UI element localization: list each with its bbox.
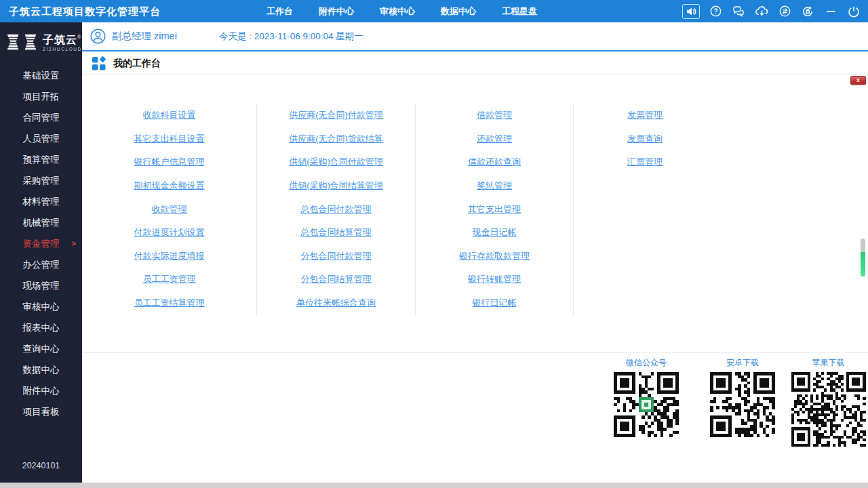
- swap-icon[interactable]: [777, 4, 792, 19]
- workbench-header: 我的工作台: [82, 53, 868, 75]
- user-role-name: 副总经理 zimei: [112, 30, 177, 43]
- sidebar-item[interactable]: 查询中心 >: [0, 338, 82, 359]
- workbench-link[interactable]: 供销(采购)合同结算管理: [257, 174, 415, 198]
- refresh-lock-icon[interactable]: [800, 4, 815, 19]
- workbench-link[interactable]: 汇票管理: [574, 150, 716, 174]
- sidebar-item[interactable]: 基础设置 >: [0, 65, 82, 86]
- links-column-2: 供应商(无合同)付款管理供应商(无合同)货款结算供销(采购)合同付款管理供销(采…: [257, 104, 416, 315]
- workbench-link[interactable]: 发票查询: [574, 127, 716, 151]
- android-qr-label: 安卓下载: [710, 357, 775, 369]
- user-avatar-icon[interactable]: [90, 28, 106, 44]
- workbench-link[interactable]: 期初现金余额设置: [82, 174, 256, 198]
- workbench-link[interactable]: 付款进度计划设置: [82, 221, 256, 245]
- main-content: x 收款科目设置其它支出科目设置银行帐户信息管理期初现金余额设置收款管理付款进度…: [82, 75, 868, 483]
- topbar-nav: 工作台附件中心审核中心数据中心工程星盘: [267, 0, 537, 22]
- sidebar-item[interactable]: 人员管理 >: [0, 128, 82, 149]
- ios-qr-label: 苹果下载: [790, 357, 867, 369]
- workbench-link[interactable]: 员工工资结算管理: [82, 291, 256, 315]
- sidebar-item[interactable]: 材料管理 >: [0, 191, 82, 212]
- scroll-thumb-gray: [861, 239, 865, 252]
- workbench-link[interactable]: 银行日记帐: [416, 291, 573, 315]
- sidebar-item[interactable]: 项目看板 >: [0, 401, 82, 422]
- current-date-time: 今天是 : 2023-11-06 9:00:04 星期一: [219, 30, 363, 43]
- workbench-link[interactable]: 总包合同付款管理: [257, 197, 415, 221]
- logo-subtitle: ZIZHUCLOUD: [43, 47, 82, 52]
- sidebar-item[interactable]: 审核中心 >: [0, 296, 82, 317]
- sidebar: 子筑云® ZIZHUCLOUD 基础设置 > 项目开拓 > 合同管理 >: [0, 22, 82, 488]
- sidebar-item[interactable]: 项目开拓 >: [0, 86, 82, 107]
- ios-qr-block: 苹果下载: [790, 357, 867, 447]
- links-column-4: 发票管理发票查询汇票管理: [574, 104, 716, 315]
- workbench-link[interactable]: 供应商(无合同)付款管理: [257, 104, 415, 127]
- workbench-link[interactable]: 付款实际进度填报: [82, 245, 256, 268]
- topbar-icons: [682, 0, 861, 22]
- links-column-3: 借款管理还款管理借款还款查询奖惩管理其它支出管理现金日记帐银行存款取款管理银行转…: [416, 104, 574, 315]
- chevron-right-icon: >: [72, 233, 76, 254]
- android-qr-block: 安卓下载: [710, 357, 775, 437]
- volume-icon[interactable]: [682, 4, 700, 19]
- workbench-link[interactable]: 收款科目设置: [82, 104, 256, 127]
- help-icon[interactable]: [708, 4, 723, 19]
- grid-icon: [92, 56, 106, 71]
- topbar-nav-item[interactable]: 附件中心: [319, 5, 354, 18]
- logo-icon: [4, 30, 39, 57]
- chat-icon[interactable]: [731, 4, 746, 19]
- wechat-qr-code: [614, 372, 679, 437]
- sidebar-item[interactable]: 机械管理 >: [0, 212, 82, 233]
- workbench-link[interactable]: 供应商(无合同)货款结算: [257, 127, 415, 151]
- horizontal-scrollbar[interactable]: [0, 483, 868, 488]
- workbench-link[interactable]: 银行存款取款管理: [416, 245, 573, 268]
- workbench-link[interactable]: 收款管理: [82, 197, 256, 221]
- workbench-link[interactable]: 供销(采购)合同付款管理: [257, 150, 415, 174]
- topbar-nav-item[interactable]: 数据中心: [441, 5, 476, 18]
- sidebar-item[interactable]: 合同管理 >: [0, 107, 82, 128]
- close-button[interactable]: x: [850, 76, 866, 85]
- workbench-link[interactable]: 还款管理: [416, 127, 573, 151]
- topbar-nav-item[interactable]: 工程星盘: [502, 5, 537, 18]
- workbench-link[interactable]: 借款管理: [416, 104, 573, 127]
- sidebar-item[interactable]: 办公管理 >: [0, 254, 82, 275]
- sidebar-item[interactable]: 采购管理 >: [0, 170, 82, 191]
- sidebar-item[interactable]: 现场管理 >: [0, 275, 82, 296]
- topbar-nav-item[interactable]: 审核中心: [380, 5, 415, 18]
- workbench-link[interactable]: 发票管理: [574, 104, 716, 127]
- workbench-link[interactable]: 现金日记帐: [416, 221, 573, 245]
- logo: 子筑云® ZIZHUCLOUD: [0, 22, 82, 61]
- cloud-download-icon[interactable]: [754, 4, 769, 19]
- app-window: 子筑云工程项目数字化管理平台 工作台附件中心审核中心数据中心工程星盘: [0, 0, 868, 488]
- workbench-link[interactable]: 银行转账管理: [416, 268, 573, 291]
- workbench-link[interactable]: 其它支出科目设置: [82, 127, 256, 151]
- workbench-link[interactable]: 银行帐户信息管理: [82, 150, 256, 174]
- scroll-thumb-green: [861, 252, 865, 277]
- app-title: 子筑云工程项目数字化管理平台: [9, 0, 161, 22]
- logo-registered-mark: ®: [77, 35, 81, 39]
- sidebar-version: 20240101: [0, 461, 82, 470]
- sidebar-item[interactable]: 预算管理 >: [0, 149, 82, 170]
- vertical-scrollbar-thumb[interactable]: [861, 239, 865, 277]
- divider-line: [82, 352, 868, 353]
- workbench-link[interactable]: 分包合同付款管理: [257, 245, 415, 268]
- minimize-icon[interactable]: [823, 4, 838, 19]
- topbar: 子筑云工程项目数字化管理平台 工作台附件中心审核中心数据中心工程星盘: [0, 0, 868, 22]
- workbench-link[interactable]: 奖惩管理: [416, 174, 573, 198]
- workbench-link[interactable]: 分包合同结算管理: [257, 268, 415, 291]
- logo-name: 子筑云: [43, 34, 77, 45]
- page-title: 我的工作台: [113, 58, 161, 70]
- workbench-link[interactable]: 总包合同结算管理: [257, 221, 415, 245]
- sidebar-item[interactable]: 附件中心 >: [0, 380, 82, 401]
- workbench-links: 收款科目设置其它支出科目设置银行帐户信息管理期初现金余额设置收款管理付款进度计划…: [82, 104, 716, 315]
- workbench-link[interactable]: 借款还款查询: [416, 150, 573, 174]
- power-icon[interactable]: [846, 4, 861, 19]
- workbench-link[interactable]: 员工工资管理: [82, 268, 256, 291]
- workbench-link[interactable]: 单位往来帐综合查询: [257, 291, 415, 315]
- workbench-link[interactable]: 其它支出管理: [416, 197, 573, 221]
- sidebar-item[interactable]: 报表中心 >: [0, 317, 82, 338]
- links-column-1: 收款科目设置其它支出科目设置银行帐户信息管理期初现金余额设置收款管理付款进度计划…: [82, 104, 257, 315]
- sidebar-item[interactable]: 数据中心 >: [0, 359, 82, 380]
- sidebar-menu: 基础设置 > 项目开拓 > 合同管理 > 人员管理 >: [0, 65, 82, 422]
- topbar-nav-item[interactable]: 工作台: [267, 5, 293, 18]
- wechat-qr-label: 微信公众号: [614, 357, 679, 369]
- user-bar: 副总经理 zimei 今天是 : 2023-11-06 9:00:04 星期一: [82, 22, 868, 52]
- sidebar-item[interactable]: 资金管理 >: [0, 233, 82, 254]
- android-qr-code: [710, 372, 775, 437]
